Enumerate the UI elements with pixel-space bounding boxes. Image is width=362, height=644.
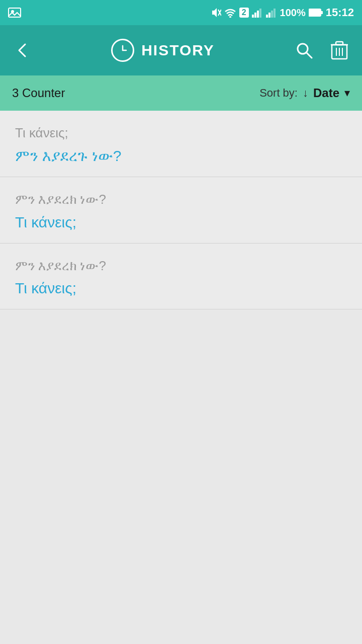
search-icon [296, 42, 313, 59]
status-bar: 2 100% 15:12 [0, 0, 362, 25]
svg-rect-6 [252, 15, 254, 18]
status-icons: 2 100% 15:12 [210, 6, 354, 19]
clock-hands-icon [115, 43, 130, 58]
list-item-target-3: Τι κάνεις; [15, 278, 347, 298]
svg-rect-7 [254, 13, 256, 18]
mute-icon [210, 8, 221, 18]
app-bar-title: HISTORY [141, 42, 215, 59]
trash-icon [331, 41, 348, 60]
svg-rect-8 [257, 11, 259, 18]
svg-rect-12 [271, 11, 273, 18]
svg-rect-23 [336, 42, 343, 45]
list-item-target-2: Τι κάνεις; [15, 212, 347, 232]
app-bar-title-group: HISTORY [44, 39, 282, 62]
list-item[interactable]: Τι κάνεις; ምን እያደረጉ ነው? [0, 111, 362, 177]
status-time: 15:12 [326, 6, 354, 19]
svg-rect-9 [259, 9, 261, 18]
list-item-source-1: Τι κάνεις; [15, 125, 347, 142]
signal-icon [252, 8, 263, 18]
battery-icon [309, 8, 323, 17]
app-bar: HISTORY [0, 25, 362, 75]
back-arrow-icon [14, 42, 30, 58]
sort-direction-icon: ↓ [303, 87, 308, 100]
search-button[interactable] [292, 38, 317, 63]
dropdown-chevron-icon[interactable]: ▾ [344, 87, 350, 100]
svg-rect-16 [321, 11, 323, 14]
sort-controls[interactable]: Sort by: ↓ Date ▾ [259, 86, 350, 100]
svg-rect-10 [266, 15, 268, 18]
sort-value: Date [313, 86, 339, 100]
battery-text: 100% [280, 7, 306, 19]
sim-badge: 2 [239, 8, 249, 18]
svg-rect-13 [274, 9, 276, 18]
back-button[interactable] [10, 38, 34, 62]
list-item[interactable]: ምን እያደረክ ነው? Τι κάνεις; [0, 244, 362, 310]
svg-point-5 [229, 16, 231, 18]
list-item-target-1: ምን እያደረጉ ነው? [15, 146, 347, 166]
photo-icon [8, 7, 21, 18]
svg-rect-15 [309, 10, 320, 16]
history-list: Τι κάνεις; ምን እያደረጉ ነው? ምን እያደረክ ነው? Τι … [0, 111, 362, 309]
svg-marker-2 [212, 8, 217, 17]
list-item[interactable]: ምን እያደረክ ነው? Τι κάνεις; [0, 177, 362, 244]
delete-button[interactable] [327, 37, 352, 64]
list-item-source-3: ምን እያደረክ ነው? [15, 258, 347, 275]
svg-line-20 [306, 52, 312, 58]
svg-rect-11 [268, 13, 270, 18]
wifi-icon [224, 8, 236, 18]
sort-bar: 3 Counter Sort by: ↓ Date ▾ [0, 75, 362, 111]
list-item-source-2: ምን እያደረክ ነው? [15, 191, 347, 208]
clock-circle-icon [111, 39, 134, 62]
signal2-icon [266, 8, 277, 18]
sort-by-label: Sort by: [259, 87, 298, 100]
counter-text: 3 Counter [12, 86, 259, 100]
